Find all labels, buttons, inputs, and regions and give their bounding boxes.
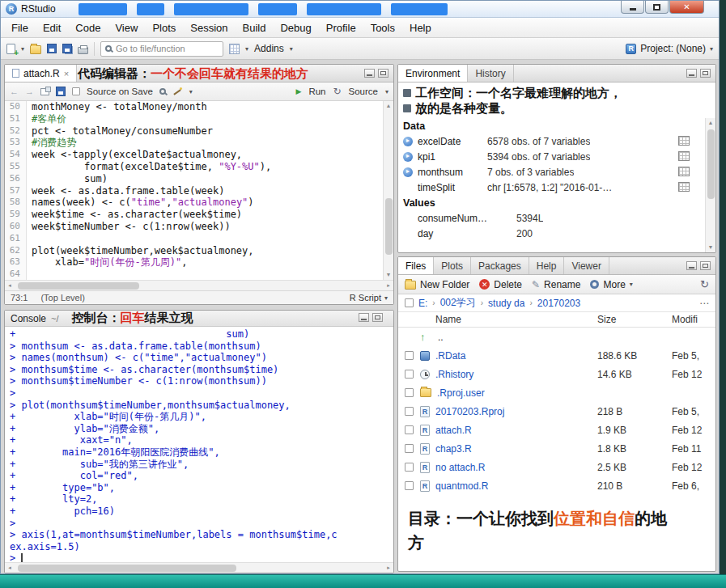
scroll-thumb[interactable] <box>385 198 393 255</box>
goto-file-input[interactable] <box>116 44 219 53</box>
expand-data-icon[interactable] <box>403 137 413 146</box>
row-checkbox[interactable] <box>405 388 414 397</box>
breadcrumb-item[interactable]: E: <box>418 298 427 309</box>
source-caret-icon[interactable]: ▾ <box>385 88 388 95</box>
pane-maximize-icon[interactable] <box>372 313 383 322</box>
code-area[interactable]: 50monthMoney <- totalMoney/month51#客单价52… <box>5 101 393 280</box>
editor[interactable]: 50monthMoney <- totalMoney/month51#客单价52… <box>5 101 393 280</box>
tab-plots[interactable]: Plots <box>434 257 471 274</box>
code-tools-icon[interactable] <box>172 87 183 96</box>
column-name[interactable]: Name <box>435 314 597 325</box>
addins-button[interactable]: Addins <box>254 43 284 54</box>
run-button[interactable]: Run <box>308 87 325 96</box>
save-icon[interactable] <box>47 44 57 53</box>
menu-item-tools[interactable]: Tools <box>363 19 402 37</box>
titlebar[interactable]: RStudio ✕ <box>1 1 719 18</box>
expand-data-icon[interactable] <box>403 152 413 162</box>
pane-layout-caret-icon[interactable]: ▾ <box>245 45 248 53</box>
pane-maximize-icon[interactable] <box>378 69 388 78</box>
tab-files[interactable]: Files <box>398 257 434 274</box>
scroll-right-icon[interactable]: ▸ <box>384 281 393 290</box>
addins-caret-icon[interactable]: ▾ <box>290 45 293 53</box>
scroll-thumb[interactable] <box>707 129 715 199</box>
editor-horizontal-scrollbar[interactable]: ◂ ▸ <box>5 280 393 290</box>
menu-item-debug[interactable]: Debug <box>273 19 318 37</box>
env-row[interactable]: timeSplitchr [1:6578, 1:2] "2016-01-… <box>398 180 704 195</box>
pane-maximize-icon[interactable] <box>700 69 711 78</box>
pane-maximize-icon[interactable] <box>700 261 711 270</box>
maximize-button[interactable] <box>645 1 669 14</box>
save-all-icon[interactable] <box>62 44 72 53</box>
tab-viewer[interactable]: Viewer <box>564 257 609 274</box>
env-row[interactable]: excelDate6578 obs. of 7 variables <box>398 133 704 149</box>
menu-item-help[interactable]: Help <box>402 19 439 37</box>
tab-attach-r[interactable]: attach.R × <box>5 65 77 82</box>
code-tools-caret-icon[interactable]: ▾ <box>189 88 193 95</box>
scroll-down-icon[interactable]: ▼ <box>706 243 715 252</box>
env-row[interactable]: kpi15394 obs. of 7 variables <box>398 149 704 164</box>
file-name[interactable]: .Rproj.user <box>437 387 597 399</box>
new-file-icon[interactable] <box>6 44 15 54</box>
file-name[interactable]: .RData <box>435 350 597 362</box>
file-name[interactable]: chap3.R <box>435 443 597 455</box>
tab-packages[interactable]: Packages <box>471 257 529 274</box>
column-modified[interactable]: Modifi <box>672 314 709 325</box>
file-name[interactable]: no attach.R <box>435 462 597 473</box>
scope-selector[interactable]: (Top Level) <box>40 293 84 302</box>
tab-help[interactable]: Help <box>529 257 565 274</box>
menu-item-edit[interactable]: Edit <box>36 19 68 37</box>
row-checkbox[interactable] <box>405 463 414 472</box>
import-dataset-icon[interactable] <box>403 104 411 112</box>
find-icon[interactable] <box>159 88 166 95</box>
open-file-icon[interactable] <box>30 45 41 54</box>
scroll-left-icon[interactable]: ◂ <box>5 563 15 573</box>
view-data-grid-icon[interactable] <box>678 182 690 192</box>
new-folder-button[interactable]: New Folder <box>405 279 469 290</box>
console-prompt[interactable]: > <box>10 552 388 562</box>
filetype-caret-icon[interactable]: ▾ <box>384 294 388 302</box>
filetype-selector[interactable]: R Script <box>350 293 381 302</box>
print-icon[interactable] <box>78 47 88 54</box>
row-checkbox[interactable] <box>405 407 414 416</box>
source-button[interactable]: Source <box>349 87 378 96</box>
new-file-caret-icon[interactable]: ▾ <box>21 45 24 53</box>
project-menu-button[interactable]: Project: (None) ▾ <box>626 43 713 54</box>
menu-item-code[interactable]: Code <box>68 19 108 37</box>
pane-minimize-icon[interactable] <box>359 313 369 322</box>
file-name[interactable]: .. <box>438 332 597 343</box>
tab-history[interactable]: History <box>468 65 513 82</box>
row-checkbox[interactable] <box>405 425 414 434</box>
delete-button[interactable]: Delete <box>479 279 522 290</box>
scroll-thumb[interactable] <box>18 565 236 572</box>
tab-close-icon[interactable]: × <box>64 69 69 78</box>
popout-icon[interactable] <box>40 88 49 95</box>
menu-item-build[interactable]: Build <box>236 19 274 37</box>
editor-vertical-scrollbar[interactable]: ▲ ▼ <box>383 101 393 280</box>
menu-item-plots[interactable]: Plots <box>145 19 183 37</box>
view-data-grid-icon[interactable] <box>678 136 690 146</box>
scroll-left-icon[interactable]: ◂ <box>5 281 15 290</box>
back-arrow-icon[interactable]: ← <box>10 87 19 96</box>
view-data-grid-icon[interactable] <box>678 167 690 176</box>
menu-item-view[interactable]: View <box>108 19 145 37</box>
menu-item-file[interactable]: File <box>4 19 36 37</box>
row-checkbox[interactable] <box>405 444 414 453</box>
scroll-right-icon[interactable]: ▸ <box>384 563 393 573</box>
editor-save-icon[interactable] <box>56 87 66 96</box>
pane-minimize-icon[interactable] <box>686 261 697 270</box>
console-horizontal-scrollbar[interactable]: ◂ ▸ <box>5 562 393 573</box>
row-checkbox[interactable] <box>405 370 414 379</box>
forward-arrow-icon[interactable]: → <box>25 87 34 96</box>
pane-layout-icon[interactable] <box>229 44 240 54</box>
menu-item-profile[interactable]: Profile <box>319 19 363 37</box>
menu-item-session[interactable]: Session <box>183 19 235 37</box>
file-name[interactable]: attach.R <box>435 425 597 436</box>
expand-data-icon[interactable] <box>403 167 413 177</box>
scroll-up-icon[interactable]: ▲ <box>706 118 715 128</box>
pane-minimize-icon[interactable] <box>364 69 375 78</box>
path-more-button[interactable]: ⋯ <box>699 298 709 309</box>
env-row[interactable]: consumeNum…5394L <box>398 210 704 226</box>
row-checkbox[interactable] <box>405 351 414 360</box>
breadcrumb-item[interactable]: 20170203 <box>537 298 580 309</box>
file-name[interactable]: .Rhistory <box>435 369 597 380</box>
